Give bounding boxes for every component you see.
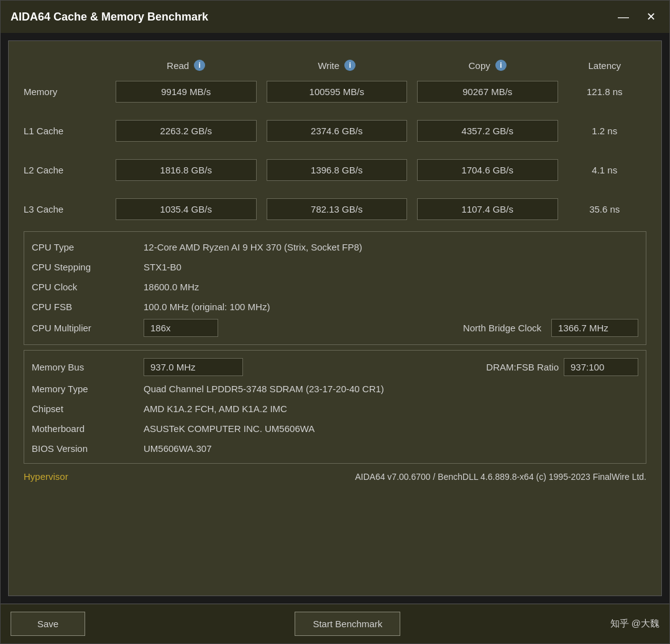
cpu-type-value: 12-Core AMD Ryzen AI 9 HX 370 (Strix, So… [144,242,638,252]
memory-bus-label: Memory Bus [32,362,144,372]
cpu-fsb-value: 100.0 MHz (original: 100 MHz) [144,301,638,312]
bench-row-label-2: L2 Cache [24,153,111,187]
cpu-clock-value: 18600.0 MHz [144,282,638,292]
benchmark-table: Read i Write i Copy i [24,56,646,226]
cpu-stepping-label: CPU Stepping [32,262,144,272]
cpu-info-section: CPU Type 12-Core AMD Ryzen AI 9 HX 370 (… [24,231,646,345]
title-bar: AIDA64 Cache & Memory Benchmark — ✕ [1,1,669,33]
hypervisor-value: AIDA64 v7.00.6700 / BenchDLL 4.6.889.8-x… [135,472,646,482]
motherboard-row: Motherboard ASUSTeK COMPUTER INC. UM5606… [32,418,638,438]
memory-bus-value: 937.0 MHz [144,358,243,376]
memory-type-label: Memory Type [32,384,144,394]
memory-type-row: Memory Type Quad Channel LPDDR5-3748 SDR… [32,379,638,398]
bench-copy-3: 1107.4 GB/s [412,192,563,226]
cpu-stepping-row: CPU Stepping STX1-B0 [32,257,638,277]
bench-latency-0: 121.8 ns [563,75,646,109]
bench-copy-1: 4357.2 GB/s [412,114,563,148]
cpu-type-row: CPU Type 12-Core AMD Ryzen AI 9 HX 370 (… [32,237,638,257]
window-title: AIDA64 Cache & Memory Benchmark [11,11,615,24]
cpu-type-label: CPU Type [32,242,144,252]
copy-info-icon[interactable]: i [495,60,507,71]
bench-read-3: 1035.4 GB/s [111,192,262,226]
bench-row-1: L1 Cache2263.2 GB/s2374.6 GB/s4357.2 GB/… [24,114,646,148]
dram-fsb-label: DRAM:FSB Ratio [486,362,559,372]
col-header-write: Write i [262,56,413,75]
hypervisor-row: Hypervisor AIDA64 v7.00.6700 / BenchDLL … [24,466,646,487]
bottom-bar: Save Start Benchmark 知乎 @大魏 [1,604,669,643]
bios-row: BIOS Version UM5606WA.307 [32,438,638,458]
bench-write-2: 1396.8 GB/s [262,153,413,187]
bench-row-3: L3 Cache1035.4 GB/s782.13 GB/s1107.4 GB/… [24,192,646,226]
memory-bus-row: Memory Bus 937.0 MHz DRAM:FSB Ratio 937:… [32,356,638,379]
memory-info-section: Memory Bus 937.0 MHz DRAM:FSB Ratio 937:… [24,350,646,464]
col-header-read: Read i [111,56,262,75]
bench-latency-1: 1.2 ns [563,114,646,148]
bench-copy-0: 90267 MB/s [412,75,563,109]
north-bridge-clock-value: 1366.7 MHz [551,319,638,337]
cpu-clock-row: CPU Clock 18600.0 MHz [32,277,638,297]
motherboard-value: ASUSTeK COMPUTER INC. UM5606WA [144,423,638,434]
read-info-icon[interactable]: i [194,60,205,71]
col-header-copy: Copy i [412,56,563,75]
hypervisor-label: Hypervisor [24,471,135,482]
bench-read-0: 99149 MB/s [111,75,262,109]
cpu-clock-label: CPU Clock [32,282,144,292]
bench-read-1: 2263.2 GB/s [111,114,262,148]
bench-copy-2: 1704.6 GB/s [412,153,563,187]
chipset-value: AMD K1A.2 FCH, AMD K1A.2 IMC [144,403,638,414]
window-controls: — ✕ [615,8,659,25]
bench-latency-2: 4.1 ns [563,153,646,187]
watermark: 知乎 @大魏 [610,618,659,630]
bench-row-0: Memory99149 MB/s100595 MB/s90267 MB/s121… [24,75,646,109]
chipset-label: Chipset [32,403,144,414]
bench-row-2: L2 Cache1816.8 GB/s1396.8 GB/s1704.6 GB/… [24,153,646,187]
dram-fsb-value: 937:100 [564,358,638,376]
cpu-multiplier-label: CPU Multiplier [32,323,144,333]
memory-type-value: Quad Channel LPDDR5-3748 SDRAM (23-17-20… [144,384,638,394]
cpu-multiplier-row: CPU Multiplier 186x North Bridge Clock 1… [32,316,638,339]
bench-read-2: 1816.8 GB/s [111,153,262,187]
cpu-stepping-value: STX1-B0 [144,262,638,272]
bios-value: UM5606WA.307 [144,443,638,454]
cpu-fsb-row: CPU FSB 100.0 MHz (original: 100 MHz) [32,297,638,316]
bench-row-label-1: L1 Cache [24,114,111,148]
bench-latency-3: 35.6 ns [563,192,646,226]
close-button[interactable]: ✕ [642,8,659,25]
main-content: Read i Write i Copy i [8,40,662,596]
motherboard-label: Motherboard [32,423,144,434]
cpu-fsb-label: CPU FSB [32,301,144,312]
start-benchmark-button[interactable]: Start Benchmark [295,612,400,636]
bios-label: BIOS Version [32,443,144,454]
write-info-icon[interactable]: i [344,60,356,71]
cpu-multiplier-value: 186x [144,319,218,337]
bench-row-label-0: Memory [24,75,111,109]
chipset-row: Chipset AMD K1A.2 FCH, AMD K1A.2 IMC [32,398,638,418]
bench-write-3: 782.13 GB/s [262,192,413,226]
save-button[interactable]: Save [11,612,85,636]
north-bridge-clock-label: North Bridge Clock [463,323,541,333]
col-header-latency: Latency [563,56,646,75]
bench-row-label-3: L3 Cache [24,192,111,226]
minimize-button[interactable]: — [615,8,632,25]
bench-write-0: 100595 MB/s [262,75,413,109]
bench-write-1: 2374.6 GB/s [262,114,413,148]
main-window: AIDA64 Cache & Memory Benchmark — ✕ Read… [0,0,670,644]
